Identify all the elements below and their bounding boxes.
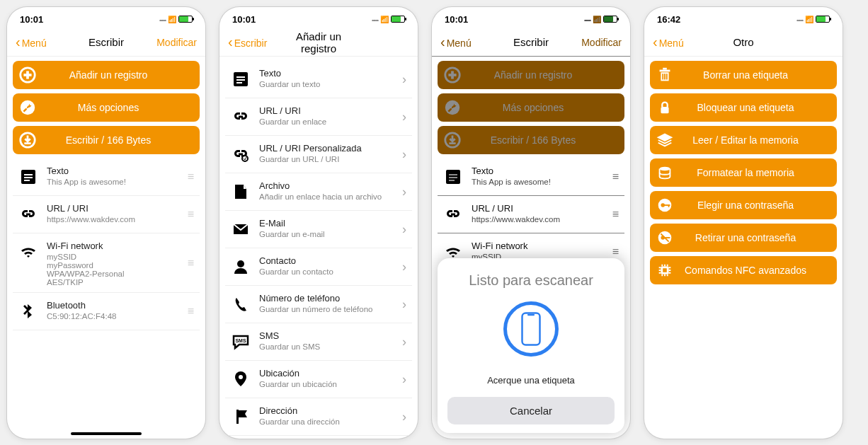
screen-write: 10:01 📶 Menú Escribir Modificar Añadir u… — [7, 7, 205, 439]
status-icons: 📶 — [372, 16, 405, 23]
type-sub: Guardar un e-mail — [259, 230, 399, 238]
chevron-right-icon: › — [399, 297, 409, 312]
chevron-right-icon: › — [399, 372, 409, 387]
clock: 10:01 — [232, 14, 256, 25]
action-download-circle[interactable]: Escribir / 166 Bytes — [13, 126, 200, 154]
record-row[interactable]: Texto This App is awesome! ≡ — [438, 158, 624, 196]
action-label: Elegir una contraseña — [660, 200, 831, 211]
action-chip[interactable]: Comandos NFC avanzados — [650, 256, 837, 284]
type-row[interactable]: E-Mail Guardar un e-mail › — [225, 211, 412, 248]
action-label: Escribir / 166 Bytes — [447, 134, 619, 146]
record-row[interactable]: Bluetooth C5:90:12:AC:F4:48 ≡ — [13, 293, 200, 330]
mail-icon — [228, 216, 253, 242]
clock: 16:42 — [657, 14, 680, 25]
link-icon — [228, 104, 253, 129]
record-row[interactable]: Texto This App is awesome! ≡ — [13, 158, 200, 196]
type-row[interactable]: URL / URI Guardar un enlace › — [225, 98, 412, 136]
type-sub: Guardar una dirección — [259, 417, 399, 426]
record-row[interactable]: URL / URI https://www.wakdev.com ≡ — [13, 196, 200, 233]
type-row[interactable]: Archivo Añadir un enlace hacia un archiv… — [225, 173, 412, 211]
back-button[interactable]: Menú — [653, 34, 702, 50]
chevron-right-icon: › — [399, 260, 409, 274]
screen-other: 16:42 📶 Menú Otro Borrar una etiqueta Bl… — [644, 7, 843, 439]
record-row[interactable]: URL / URI https://www.wakdev.com ≡ — [438, 196, 624, 233]
drag-handle-icon[interactable]: ≡ — [185, 305, 197, 318]
drag-handle-icon[interactable]: ≡ — [610, 245, 622, 258]
type-row[interactable]: SMS Guardar un SMS › — [225, 323, 412, 361]
sms-icon — [228, 329, 253, 354]
screen-scan: 10:01 📶 Menú Escribir Modificar Añadir u… — [432, 7, 630, 439]
action-download-circle[interactable]: Escribir / 166 Bytes — [438, 126, 624, 154]
action-lock[interactable]: Bloquear una etiqueta — [650, 93, 837, 122]
edit-button[interactable]: Modificar — [147, 37, 197, 48]
record-sub: https://www.wakdev.com — [47, 215, 185, 224]
action-label: Leer / Editar la memoria — [660, 134, 831, 146]
type-row[interactable]: Contacto Guardar un contacto › — [225, 248, 412, 286]
bluetooth-icon — [16, 299, 41, 324]
action-plus-circle[interactable]: Añadir un registro — [438, 61, 624, 89]
action-label: Bloquear una etiqueta — [660, 102, 831, 113]
type-title: URL / URI — [259, 105, 399, 116]
nav-title: Escribir — [490, 36, 572, 48]
action-wrench-circle[interactable]: Más opciones — [13, 93, 200, 122]
action-label: Más opciones — [23, 102, 194, 113]
chevron-right-icon: › — [399, 410, 409, 424]
action-label: Añadir un registro — [23, 69, 194, 81]
sheet-hint: Acerque una etiqueta — [447, 375, 615, 386]
record-title: URL / URI — [472, 203, 610, 214]
type-title: Ubicación — [259, 368, 399, 378]
action-label: Escribir / 166 Bytes — [23, 134, 194, 146]
download-circle-icon — [443, 131, 462, 149]
edit-button: Modificar — [572, 37, 622, 48]
nav-title: Escribir — [65, 36, 147, 48]
record-row[interactable]: Wi-Fi network mySSID myPassword WPA/WPA2… — [13, 233, 200, 293]
type-sub: Guardar un ubicación — [259, 380, 399, 388]
back-button: Menú — [440, 34, 490, 50]
chevron-right-icon: › — [399, 222, 409, 237]
cancel-button[interactable]: Cancelar — [447, 397, 615, 424]
action-db[interactable]: Formatear la memoria — [650, 158, 837, 187]
back-button[interactable]: Menú — [16, 34, 65, 50]
action-plus-circle[interactable]: Añadir un registro — [13, 61, 200, 89]
back-button[interactable]: Escribir — [228, 34, 278, 50]
link-icon — [440, 202, 466, 227]
type-title: Texto — [259, 68, 399, 79]
action-key[interactable]: Elegir una contraseña — [650, 191, 837, 219]
action-layers[interactable]: Leer / Editar la memoria — [650, 126, 837, 154]
clock: 10:01 — [445, 14, 468, 25]
wrench-circle-icon — [443, 98, 462, 117]
record-title: Wi-Fi network — [472, 241, 610, 251]
record-sub: mySSID myPassword WPA/WPA2-Personal AES/… — [47, 253, 185, 287]
link-custom-icon — [228, 141, 253, 167]
action-wrench-circle[interactable]: Más opciones — [438, 93, 624, 122]
plus-circle-icon — [443, 66, 462, 84]
action-label: Comandos NFC avanzados — [660, 265, 831, 276]
status-icons: 📶 — [159, 16, 193, 23]
location-icon — [228, 366, 253, 392]
type-sub: Guardar un enlace — [259, 117, 399, 126]
action-label: Retirar una contraseña — [660, 232, 831, 243]
drag-handle-icon[interactable]: ≡ — [185, 208, 197, 221]
drag-handle-icon[interactable]: ≡ — [185, 171, 197, 183]
action-label: Más opciones — [447, 102, 619, 113]
nfc-scan-icon — [503, 301, 559, 357]
home-indicator[interactable] — [71, 432, 142, 435]
status-bar: 10:01 📶 — [219, 7, 418, 28]
type-row[interactable]: Ubicación Guardar un ubicación › — [225, 361, 412, 398]
type-row[interactable]: Texto Guardar un texto › — [225, 61, 412, 98]
type-row[interactable]: Número de teléfono Guardar un número de … — [225, 286, 412, 323]
type-row[interactable]: URL / URI Personalizada Guardar un URL /… — [225, 136, 412, 173]
action-label: Añadir un registro — [447, 69, 619, 81]
type-row[interactable]: Dirección Guardar una dirección › — [225, 398, 412, 436]
action-key-remove[interactable]: Retirar una contraseña — [650, 224, 837, 252]
type-title: SMS — [259, 330, 399, 341]
drag-handle-icon[interactable]: ≡ — [185, 257, 197, 270]
drag-handle-icon[interactable]: ≡ — [610, 208, 622, 221]
type-sub: Añadir un enlace hacia un archivo — [259, 192, 399, 201]
record-sub: C5:90:12:AC:F4:48 — [47, 312, 185, 320]
drag-handle-icon[interactable]: ≡ — [610, 171, 622, 183]
type-title: Archivo — [259, 180, 399, 191]
scan-sheet: Listo para escanear Acerque una etiqueta… — [438, 258, 624, 433]
text-icon — [440, 164, 466, 190]
action-trash[interactable]: Borrar una etiqueta — [650, 61, 837, 89]
